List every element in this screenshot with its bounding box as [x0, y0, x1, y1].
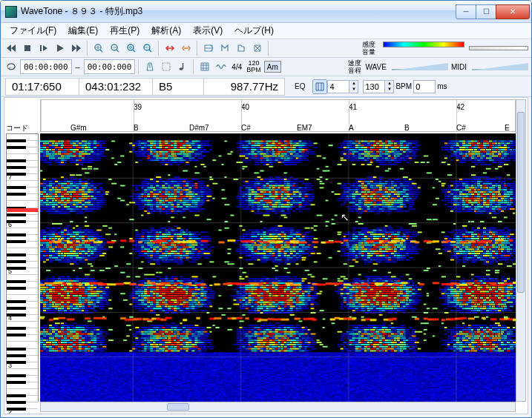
menu-analyze[interactable]: 解析(A) [145, 23, 187, 39]
separator [87, 41, 88, 56]
time-sig: 4/4 [230, 63, 243, 71]
octave-label: 7 [8, 173, 12, 181]
maximize-button[interactable]: ☐ [476, 4, 496, 19]
grid-spinner[interactable]: ▲▼ [327, 80, 358, 93]
stop-button[interactable] [20, 41, 35, 56]
close-button[interactable]: ✕ [496, 4, 530, 19]
zoom-in-v-button[interactable] [124, 41, 139, 56]
marker-red-button[interactable] [162, 41, 177, 56]
scroll-thumb[interactable] [167, 403, 189, 411]
octave-label: 4 [8, 314, 12, 322]
chord-track-label: コード [6, 123, 28, 133]
bpm-label: BPM [394, 82, 413, 90]
octave-label: 2 [8, 408, 12, 414]
octave-label: 6 [8, 221, 12, 228]
octave-label: 3 [8, 362, 12, 369]
zoom-out-h-button[interactable] [108, 41, 122, 56]
sensitivity-label: 感度 [362, 41, 375, 48]
midi-label: MIDI [450, 63, 468, 71]
menubar: ファイル(F) 編集(E) 再生(P) 解析(A) 表示(V) ヘルプ(H) [1, 23, 531, 39]
chord-label: B [134, 124, 139, 132]
tool-2-button[interactable] [217, 41, 232, 56]
wave-button[interactable] [214, 59, 229, 74]
tempo-label: 120BPM [245, 60, 263, 73]
down-arrow-icon[interactable]: ▼ [384, 87, 393, 93]
tool-1-button[interactable] [201, 41, 216, 56]
status-position: 043:01:232 [79, 78, 153, 96]
menu-file[interactable]: ファイル(F) [4, 23, 62, 39]
menu-view[interactable]: 表示(V) [187, 23, 229, 39]
scroll-thumb[interactable] [517, 112, 525, 293]
eq-label[interactable]: EQ [293, 82, 306, 90]
grid-toggle-button[interactable] [312, 79, 327, 94]
chord-label: A [349, 124, 354, 132]
rewind-button[interactable] [4, 41, 19, 56]
octave-label: 5 [8, 268, 12, 275]
up-arrow-icon[interactable]: ▲ [384, 81, 393, 87]
menu-help[interactable]: ヘルプ(H) [229, 23, 280, 39]
horizontal-scrollbar[interactable] [40, 402, 516, 412]
status-time: 01:17:650 [5, 78, 79, 96]
sensitivity-gradient[interactable] [383, 42, 464, 47]
speed-label: 速度 [348, 59, 361, 67]
loop-start-time[interactable]: 00:00:000 [20, 59, 72, 74]
time-dash: – [73, 62, 82, 71]
note-tool-button[interactable] [159, 59, 174, 74]
zoom-out-v-button[interactable] [140, 41, 155, 56]
separator [268, 41, 269, 56]
bar-number: 39 [134, 103, 142, 111]
loop-button[interactable] [4, 59, 19, 74]
piano-ruler[interactable]: 765432 [6, 133, 39, 402]
tool-4-button[interactable] [250, 41, 265, 56]
pitch-label: 音程 [348, 67, 361, 74]
window-buttons: ─ ☐ ✕ [456, 4, 530, 19]
play-button[interactable] [53, 41, 68, 56]
grid-input[interactable] [328, 82, 349, 91]
time-ruler[interactable]: 39404142G#mBD#m7C#EM7ABC#E [40, 99, 516, 132]
metronome-button[interactable] [142, 59, 157, 74]
chord-label: G#m [70, 124, 87, 132]
zoom-in-h-button[interactable] [91, 41, 106, 56]
ff-button[interactable] [69, 41, 84, 56]
sensitivity-volume-labels: 感度 音量 [361, 41, 377, 56]
step-button[interactable] [36, 41, 51, 56]
separator [197, 41, 198, 56]
tempo-input[interactable] [364, 82, 384, 91]
select-tool-button[interactable] [175, 59, 190, 74]
loop-end-time[interactable]: 00:00:000 [84, 59, 136, 74]
menu-edit[interactable]: 編集(E) [62, 23, 104, 39]
status-bar: 01:17:650 043:01:232 B5 987.77Hz EQ ▲▼ ▲… [1, 76, 531, 97]
svg-rect-7 [162, 63, 170, 70]
grid-button[interactable] [197, 59, 212, 74]
chord-label: EM7 [297, 124, 312, 132]
toolbar-row-1: 感度 音量 [1, 39, 531, 58]
app-icon [5, 6, 17, 18]
bpm-spinner[interactable] [413, 80, 436, 93]
svg-rect-1 [40, 45, 42, 51]
up-arrow-icon[interactable]: ▲ [349, 81, 358, 87]
chord-label: C# [456, 124, 466, 132]
down-arrow-icon[interactable]: ▼ [349, 87, 358, 93]
key-badge[interactable]: Am [264, 61, 281, 73]
midi-slider[interactable] [472, 62, 528, 72]
separator [158, 41, 160, 56]
vertical-scrollbar[interactable] [516, 99, 526, 402]
menu-play[interactable]: 再生(P) [104, 23, 145, 39]
wave-slider[interactable] [392, 62, 448, 72]
bar-number: 41 [349, 103, 357, 111]
minimize-button[interactable]: ─ [456, 4, 476, 19]
volume-slider[interactable] [469, 46, 528, 50]
tempo-spinner[interactable]: ▲▼ [363, 80, 394, 93]
spectrogram-view[interactable]: ↖ [40, 133, 516, 402]
status-freq: 987.77Hz [203, 78, 285, 96]
volume-label: 音量 [362, 48, 375, 56]
marker-orange-button[interactable] [179, 41, 194, 56]
tool-3-button[interactable] [234, 41, 249, 56]
window-title: WaveTone - ８９３ - 特別.mp3 [21, 5, 456, 18]
bpm-input[interactable] [414, 82, 435, 91]
toolbar-row-2: 00:00:000 – 00:00:000 4/4 120BPM Am 速度 音… [1, 58, 531, 76]
chord-label: B [404, 124, 410, 132]
separator [138, 59, 139, 74]
bar-number: 40 [241, 103, 249, 111]
app-window: WaveTone - ８９３ - 特別.mp3 ─ ☐ ✕ ファイル(F) 編集… [0, 0, 532, 418]
